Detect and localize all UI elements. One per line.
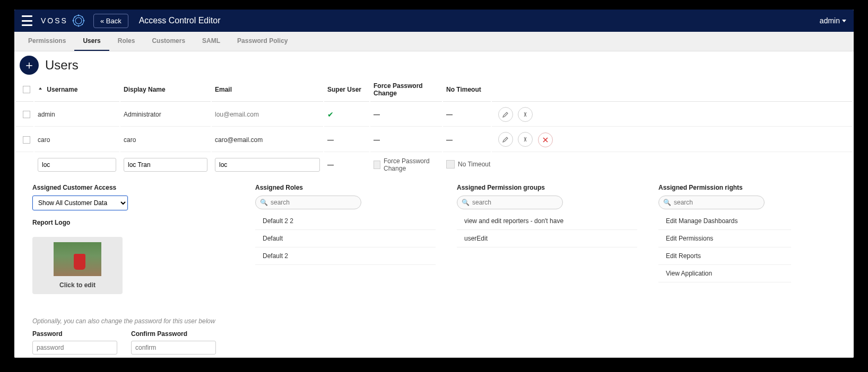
cell-username: admin: [34, 103, 119, 127]
password-input[interactable]: [32, 341, 117, 355]
svg-point-9: [74, 16, 75, 17]
dash-icon: —: [446, 136, 452, 144]
no-timeout-checkbox[interactable]: No Timeout: [446, 160, 490, 169]
panel-customer-access: Assigned Customer Access Show All Custom…: [32, 184, 234, 294]
cell-email: lou@email.com: [212, 103, 323, 127]
role-item[interactable]: Default 2: [255, 247, 436, 265]
page-title: Users: [45, 58, 79, 73]
edit-row: — Force Password Change No Timeout: [15, 153, 853, 176]
search-icon: 🔍: [663, 199, 671, 206]
cell-email: caro@email.com: [212, 128, 323, 152]
page-header-title: Access Control Editor: [139, 16, 221, 25]
rights-label: Assigned Permission rights: [658, 184, 791, 191]
confirm-password-input[interactable]: [131, 341, 216, 355]
role-item[interactable]: Default: [255, 230, 436, 247]
svg-point-6: [82, 16, 83, 17]
password-label: Password: [32, 330, 117, 338]
password-note: Optionally, you can also change the pass…: [32, 317, 854, 325]
roles-label: Assigned Roles: [255, 184, 436, 191]
tab-customers[interactable]: Customers: [143, 32, 194, 51]
col-no-timeout[interactable]: No Timeout: [443, 78, 491, 102]
brand-logo-icon: [71, 13, 86, 28]
checkbox-icon: [446, 160, 455, 169]
tabs: Permissions Users Roles Customers SAML P…: [14, 32, 854, 51]
panel-rights: Assigned Permission rights 🔍 Edit Manage…: [658, 184, 791, 294]
role-item[interactable]: Default 2 2: [255, 212, 436, 230]
col-super-user[interactable]: Super User: [324, 78, 369, 102]
add-user-button[interactable]: ＋: [20, 56, 39, 75]
svg-point-1: [75, 17, 82, 24]
col-username[interactable]: Username: [47, 86, 77, 93]
force-pw-label: Force Password Change: [384, 157, 439, 172]
svg-point-8: [74, 24, 75, 25]
dash-icon: —: [374, 111, 379, 118]
tab-users[interactable]: Users: [74, 32, 109, 51]
chevron-down-icon: [842, 20, 846, 22]
edit-username-input[interactable]: [38, 158, 116, 172]
cell-display-name: Administrator: [120, 103, 211, 127]
user-menu-label: admin: [820, 16, 840, 25]
force-pw-checkbox[interactable]: Force Password Change: [374, 157, 439, 172]
brand-text: VOSS: [41, 16, 68, 25]
menu-icon[interactable]: [22, 15, 34, 26]
search-icon: 🔍: [260, 199, 268, 206]
checkbox-icon: [374, 161, 380, 169]
auth-row-button[interactable]: [518, 107, 533, 122]
topbar: VOSS « Back Access Control Editor admin: [14, 10, 854, 32]
rights-search-input[interactable]: [658, 196, 765, 209]
report-logo-thumbnail: [54, 242, 101, 276]
confirm-password-label: Confirm Password: [131, 330, 216, 338]
right-item[interactable]: Edit Reports: [658, 247, 791, 265]
report-logo-upload[interactable]: Click to edit: [32, 237, 123, 294]
plus-icon: ＋: [23, 57, 35, 73]
dash-icon: —: [446, 111, 452, 118]
row-checkbox[interactable]: [23, 111, 30, 118]
svg-point-3: [83, 20, 85, 22]
user-menu[interactable]: admin: [820, 16, 846, 25]
svg-point-2: [78, 15, 80, 16]
cell-username: caro: [34, 128, 119, 152]
edit-row-button[interactable]: [498, 107, 513, 122]
panel-groups: Assigned Permission groups 🔍 view and ed…: [457, 184, 637, 294]
roles-search-input[interactable]: [255, 196, 361, 209]
dash-icon: —: [327, 136, 333, 144]
sort-asc-icon[interactable]: [38, 86, 43, 93]
tab-permissions[interactable]: Permissions: [20, 32, 74, 51]
tab-password-policy[interactable]: Password Policy: [229, 32, 296, 51]
edit-email-input[interactable]: [215, 158, 320, 172]
groups-search-input[interactable]: [457, 196, 563, 209]
groups-label: Assigned Permission groups: [457, 184, 637, 191]
customer-access-label: Assigned Customer Access: [32, 184, 234, 191]
edit-row-button[interactable]: [498, 132, 513, 147]
group-item[interactable]: view and edit reporters - don't have: [457, 212, 637, 230]
right-item[interactable]: Edit Permissions: [658, 230, 791, 247]
panel-roles: Assigned Roles 🔍 Default 2 2 Default Def…: [255, 184, 436, 294]
row-checkbox[interactable]: [23, 136, 30, 144]
delete-row-button[interactable]: [538, 132, 553, 147]
col-email[interactable]: Email: [212, 78, 323, 102]
no-timeout-label: No Timeout: [458, 161, 490, 168]
select-all-checkbox[interactable]: [23, 86, 30, 93]
group-item[interactable]: userEdit: [457, 230, 637, 247]
check-icon: ✔: [327, 110, 334, 119]
report-logo-caption: Click to edit: [59, 281, 96, 289]
dash-icon: —: [374, 136, 379, 144]
svg-point-5: [73, 20, 74, 22]
col-force-pw[interactable]: Force Password Change: [370, 78, 442, 102]
edit-display-name-input[interactable]: [124, 158, 207, 172]
tab-roles[interactable]: Roles: [109, 32, 144, 51]
search-icon: 🔍: [462, 199, 470, 206]
brand: VOSS: [41, 13, 86, 28]
right-item[interactable]: View Application: [658, 265, 791, 282]
table-row: admin Administrator lou@email.com ✔ — —: [15, 103, 853, 127]
col-display-name[interactable]: Display Name: [120, 78, 211, 102]
back-button[interactable]: « Back: [93, 14, 128, 28]
table-row: caro caro caro@email.com — — —: [15, 128, 853, 152]
right-item[interactable]: Edit Manage Dashboards: [658, 212, 791, 230]
cell-display-name: caro: [120, 128, 211, 152]
report-logo-label: Report Logo: [32, 219, 234, 226]
svg-point-7: [82, 24, 83, 25]
tab-saml[interactable]: SAML: [194, 32, 229, 51]
customer-access-select[interactable]: Show All Customer Data: [32, 196, 128, 210]
auth-row-button[interactable]: [518, 132, 533, 147]
